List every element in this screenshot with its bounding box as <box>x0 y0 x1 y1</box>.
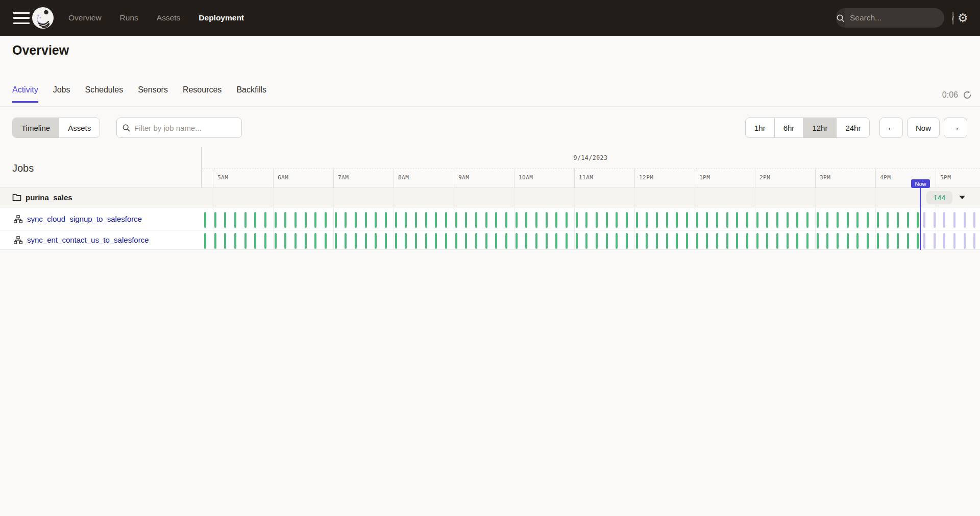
nav-link-assets[interactable]: Assets <box>157 13 181 22</box>
run-tick-completed[interactable] <box>224 233 226 249</box>
run-tick-completed[interactable] <box>525 233 527 249</box>
run-tick-completed[interactable] <box>254 212 256 228</box>
run-tick-completed[interactable] <box>716 233 718 249</box>
run-tick-completed[interactable] <box>395 212 397 228</box>
run-tick-completed[interactable] <box>817 233 819 249</box>
run-tick-completed[interactable] <box>666 212 668 228</box>
run-tick-completed[interactable] <box>917 233 919 249</box>
run-tick-completed[interactable] <box>616 233 618 249</box>
run-tick-completed[interactable] <box>887 212 889 228</box>
run-tick-completed[interactable] <box>465 212 467 228</box>
run-tick-completed[interactable] <box>475 233 477 249</box>
run-tick-scheduled[interactable] <box>973 233 975 249</box>
run-tick-completed[interactable] <box>204 233 206 249</box>
run-tick-completed[interactable] <box>636 233 638 249</box>
run-tick-completed[interactable] <box>345 212 347 228</box>
run-tick-completed[interactable] <box>555 233 557 249</box>
run-tick-completed[interactable] <box>435 212 437 228</box>
run-tick-completed[interactable] <box>806 233 808 249</box>
job-link[interactable]: sync_cloud_signup_to_salesforce <box>27 215 142 223</box>
run-tick-completed[interactable] <box>295 212 297 228</box>
run-tick-completed[interactable] <box>415 233 417 249</box>
run-tick-scheduled[interactable] <box>953 233 955 249</box>
run-tick-completed[interactable] <box>897 233 899 249</box>
run-tick-completed[interactable] <box>837 212 839 228</box>
run-tick-completed[interactable] <box>716 212 718 228</box>
run-tick-completed[interactable] <box>656 212 658 228</box>
run-tick-completed[interactable] <box>525 212 527 228</box>
run-tick-completed[interactable] <box>234 212 236 228</box>
job-filter-input[interactable] <box>134 124 236 132</box>
run-tick-completed[interactable] <box>736 233 738 249</box>
run-tick-completed[interactable] <box>726 212 728 228</box>
run-tick-completed[interactable] <box>505 212 507 228</box>
run-tick-completed[interactable] <box>887 233 889 249</box>
run-tick-completed[interactable] <box>566 233 568 249</box>
run-tick-scheduled[interactable] <box>943 233 945 249</box>
run-tick-completed[interactable] <box>375 233 377 249</box>
next-page-button[interactable]: → <box>944 118 967 138</box>
run-tick-completed[interactable] <box>766 212 768 228</box>
run-tick-completed[interactable] <box>455 212 457 228</box>
run-tick-completed[interactable] <box>405 212 407 228</box>
run-tick-completed[interactable] <box>686 212 688 228</box>
run-tick-completed[interactable] <box>756 233 758 249</box>
run-tick-completed[interactable] <box>425 233 427 249</box>
run-tick-scheduled[interactable] <box>973 212 975 228</box>
run-tick-completed[interactable] <box>435 233 437 249</box>
run-tick-completed[interactable] <box>555 212 557 228</box>
tab-resources[interactable]: Resources <box>183 85 222 103</box>
run-tick-completed[interactable] <box>907 212 909 228</box>
run-tick-completed[interactable] <box>365 233 367 249</box>
run-tick-completed[interactable] <box>535 212 537 228</box>
run-tick-scheduled[interactable] <box>953 212 955 228</box>
run-tick-completed[interactable] <box>606 233 608 249</box>
run-tick-completed[interactable] <box>445 212 447 228</box>
range-12hr[interactable]: 12hr <box>803 118 836 137</box>
run-tick-completed[interactable] <box>736 212 738 228</box>
job-filter[interactable] <box>116 118 242 138</box>
run-tick-completed[interactable] <box>445 233 447 249</box>
run-tick-completed[interactable] <box>314 212 316 228</box>
run-tick-completed[interactable] <box>817 212 819 228</box>
view-mode-assets[interactable]: Assets <box>59 118 100 137</box>
run-tick-completed[interactable] <box>796 233 798 249</box>
run-tick-completed[interactable] <box>214 233 216 249</box>
run-tick-completed[interactable] <box>706 233 708 249</box>
run-tick-completed[interactable] <box>254 233 256 249</box>
nav-link-deployment[interactable]: Deployment <box>199 13 244 22</box>
run-tick-completed[interactable] <box>305 212 307 228</box>
job-link[interactable]: sync_ent_contact_us_to_salesforce <box>27 236 149 244</box>
run-tick-completed[interactable] <box>505 233 507 249</box>
run-tick-completed[interactable] <box>696 233 698 249</box>
run-tick-completed[interactable] <box>636 212 638 228</box>
range-1hr[interactable]: 1hr <box>746 118 774 137</box>
run-tick-completed[interactable] <box>917 212 919 228</box>
run-tick-completed[interactable] <box>796 212 798 228</box>
run-tick-completed[interactable] <box>626 233 628 249</box>
run-tick-completed[interactable] <box>355 233 357 249</box>
run-tick-completed[interactable] <box>234 233 236 249</box>
run-tick-completed[interactable] <box>405 233 407 249</box>
run-tick-completed[interactable] <box>375 212 377 228</box>
job-group-row[interactable]: purina_sales 144 <box>0 188 980 207</box>
run-tick-completed[interactable] <box>284 212 286 228</box>
run-tick-completed[interactable] <box>385 233 387 249</box>
run-tick-completed[interactable] <box>776 233 778 249</box>
view-mode-timeline[interactable]: Timeline <box>13 118 59 137</box>
run-tick-completed[interactable] <box>646 233 648 249</box>
hamburger-menu-icon[interactable] <box>13 12 30 24</box>
run-tick-completed[interactable] <box>596 233 598 249</box>
run-tick-completed[interactable] <box>576 212 578 228</box>
run-tick-completed[interactable] <box>897 212 899 228</box>
run-tick-completed[interactable] <box>676 212 678 228</box>
run-tick-completed[interactable] <box>244 233 247 249</box>
run-tick-completed[interactable] <box>776 212 778 228</box>
run-tick-completed[interactable] <box>656 233 658 249</box>
run-tick-completed[interactable] <box>585 212 587 228</box>
run-tick-completed[interactable] <box>224 212 226 228</box>
run-tick-completed[interactable] <box>576 233 578 249</box>
run-tick-completed[interactable] <box>826 233 828 249</box>
run-count-badge[interactable]: 144 <box>926 191 952 204</box>
run-tick-completed[interactable] <box>284 233 286 249</box>
